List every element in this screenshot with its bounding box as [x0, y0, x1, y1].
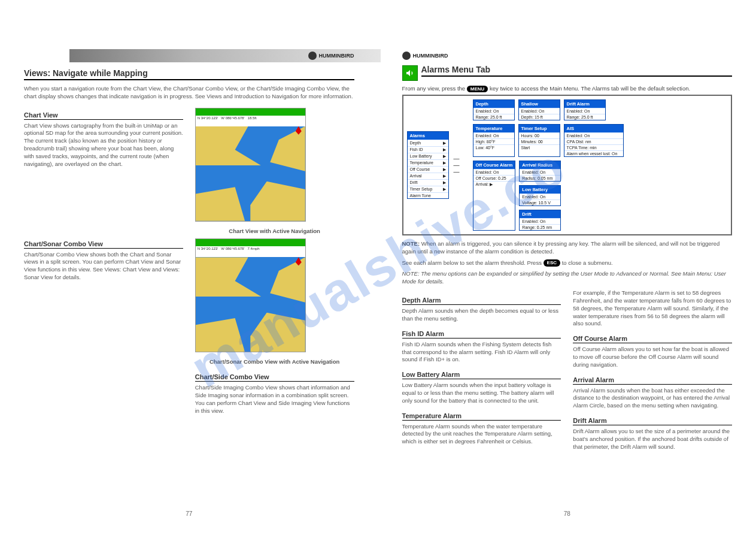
mrow: Enabled: On	[473, 108, 514, 114]
mtitle: Shallow	[519, 100, 560, 108]
brand-logo-icon	[308, 52, 317, 60]
mrow: Radius: 0.05 nm	[520, 175, 560, 181]
mtitle: Arrival Radius	[520, 161, 560, 169]
esc-after: to close a submenu.	[562, 259, 613, 266]
sub-depth-alarm: Depth Alarm	[402, 297, 561, 305]
mrow: Depth: 15 ft	[519, 114, 560, 120]
menu-item: Temperature	[410, 161, 433, 165]
note-title: NOTE:	[402, 240, 420, 247]
mrow: Arrival: ▶	[473, 181, 515, 188]
menu-item: Low Battery	[410, 154, 432, 159]
right-page: HUMMINBIRD Alarms Menu Tab From any view…	[378, 0, 757, 535]
mtitle: Timer Setup	[519, 125, 560, 132]
mrow: Alarm when vessel lost: On	[564, 150, 623, 156]
esc-line: See each alarm below to set the alarm th…	[402, 259, 733, 267]
text-chart-view: Chart View shows cartography from the bu…	[24, 122, 183, 168]
menu-root-title: Alarms	[408, 132, 448, 140]
sub-fishid-alarm: Fish ID Alarm	[402, 330, 561, 338]
mrow: High: 80°F	[473, 138, 514, 144]
text-offcourse-alarm: Off Course Alarm allows you to set how f…	[573, 346, 732, 368]
menu-item: Alarm Tone	[410, 194, 431, 198]
menu-drift: Drift Enabled: On Range: 0.25 nm	[519, 210, 561, 231]
intro-right: From any view, press the MENU key twice …	[402, 85, 733, 92]
mrow: Enabled: On	[519, 108, 560, 114]
sub-drift-alarm: Drift Alarm	[573, 417, 732, 425]
text-temp-example: For example, if the Temperature Alarm is…	[573, 289, 732, 328]
menu-drift-alarm: Drift Alarm Enabled: On Range: 25.0 ft	[564, 99, 606, 120]
sub-temp-alarm: Temperature Alarm	[402, 412, 561, 421]
chart-status-bar-1: N 34°20.123' W 086°45.678' 18.5ft	[196, 116, 305, 126]
brand-right: HUMMINBIRD	[402, 49, 448, 62]
brand-text-2: HUMMINBIRD	[413, 53, 448, 59]
mrow: Enabled: On	[520, 218, 560, 224]
sub-chart-sonar: Chart/Sonar Combo View	[24, 240, 183, 249]
menu-shallow: Shallow Enabled: On Depth: 15 ft	[518, 99, 560, 120]
text-chart-sonar: Chart/Sonar Combo View shows both the Ch…	[24, 251, 183, 282]
mrow: TCPA Time: min	[564, 144, 623, 150]
menu-arrival: Arrival Radius Enabled: On Radius: 0.05 …	[519, 161, 561, 182]
chart-view-screenshot-2: N 34°20.123' W 086°45.678' 7.4mph	[195, 238, 306, 352]
mtitle: Depth	[473, 100, 514, 108]
alarms-menu-diagram: Alarms Depth▶ Fish ID▶ Low Battery▶ Temp…	[402, 95, 733, 235]
chart-status-bar-2: N 34°20.123' W 086°45.678' 7.4mph	[196, 246, 305, 257]
menu-ais: AIS Enabled: On CPA Dist: nm TCPA Time: …	[564, 124, 624, 157]
text-drift-alarm: Drift Alarm allows you to set the size o…	[573, 428, 732, 451]
page-number-left: 77	[186, 510, 192, 517]
menu-item: Off Course	[410, 167, 430, 172]
mrow: Minutes: 00	[519, 138, 560, 144]
left-page: HUMMINBIRD Views: Navigate while Mapping…	[0, 0, 378, 535]
menu-item: Arrival	[410, 174, 422, 179]
text-chart-side: Chart/Side Imaging Combo View shows char…	[195, 384, 354, 415]
esc-button-pill: ESC	[544, 259, 560, 267]
page-number-right: 78	[564, 510, 570, 517]
mtitle: Off Course Alarm	[473, 161, 515, 169]
sub-chart-view: Chart View	[24, 111, 183, 120]
brand-left: HUMMINBIRD	[308, 49, 354, 62]
menu-offcourse: Off Course Alarm Enabled: On Off Course:…	[473, 161, 516, 231]
mtitle: Drift	[520, 210, 560, 218]
section-title-right: Alarms Menu Tab	[421, 65, 733, 77]
mrow: CPA Dist: nm	[564, 138, 623, 144]
mtitle: Temperature	[473, 125, 514, 132]
sub-offcourse-alarm: Off Course Alarm	[573, 335, 732, 343]
mtitle: Drift Alarm	[564, 100, 605, 108]
mrow: Hours: 00	[519, 132, 560, 138]
menu-alarms-root: Alarms Depth▶ Fish ID▶ Low Battery▶ Temp…	[407, 131, 449, 199]
note-2: NOTE: The menu options can be expanded o…	[402, 270, 733, 286]
intro-after: key twice to access the Main Menu. The A…	[490, 85, 690, 92]
text-fishid-alarm: Fish ID Alarm sounds when the Fishing Sy…	[402, 341, 561, 364]
caption-1: Chart View with Active Navigation	[195, 228, 354, 235]
mrow: Enabled: On	[564, 132, 623, 138]
menu-depth: Depth Enabled: On Range: 25.0 ft	[473, 99, 515, 120]
caption-2: Chart/Sonar Combo View with Active Navig…	[195, 358, 354, 366]
mrow: Range: 25.0 ft	[473, 114, 514, 120]
mrow: Enabled: On	[473, 132, 514, 138]
menu-button-pill: MENU	[467, 86, 488, 92]
intro-before: From any view, press the	[402, 85, 466, 92]
mrow: Voltage: 10.5 V	[520, 200, 560, 205]
mrow: Start	[519, 144, 560, 150]
mrow: Enabled: On	[520, 194, 560, 200]
mrow: Range: 0.25 nm	[520, 224, 560, 230]
mtitle: AIS	[564, 125, 623, 132]
text-depth-alarm: Depth Alarm sounds when the depth become…	[402, 307, 561, 323]
menu-item: Depth	[410, 141, 421, 146]
text-arrival-alarm: Arrival Alarm sounds when the boat has e…	[573, 387, 732, 410]
mrow: Low: 40°F	[473, 144, 514, 150]
note-1: NOTE: When an alarm is triggered, you ca…	[402, 240, 733, 256]
chart-view-screenshot-1: N 34°20.123' W 086°45.678' 18.5ft	[195, 108, 306, 222]
menu-item: Timer Setup	[410, 187, 433, 192]
mrow: Enabled: On	[564, 108, 605, 114]
text-lowbatt-alarm: Low Battery Alarm sounds when the input …	[402, 382, 561, 404]
intro-text-left: When you start a navigation route from t…	[24, 85, 354, 101]
menu-lowbatt: Low Battery Enabled: On Voltage: 10.5 V	[519, 185, 561, 206]
sub-arrival-alarm: Arrival Alarm	[573, 376, 732, 385]
mrow: Off Course: 0.25	[473, 175, 515, 181]
branch-line: ———	[454, 155, 468, 175]
menu-item: Drift	[410, 180, 418, 185]
esc-before: See each alarm below to set the alarm th…	[402, 259, 542, 266]
mrow: Enabled: On	[520, 169, 560, 175]
menu-timer: Timer Setup Hours: 00 Minutes: 00 Start	[518, 124, 560, 157]
brand-text: HUMMINBIRD	[319, 53, 354, 59]
menu-item: Fish ID	[410, 147, 423, 152]
